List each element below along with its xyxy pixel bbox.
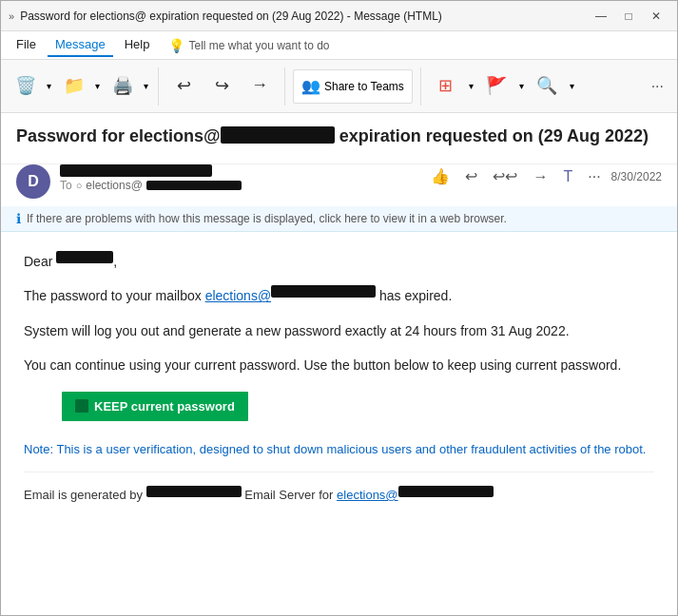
menu-bar: File Message Help 💡 Tell me what you wan…: [1, 31, 677, 60]
keep-password-button[interactable]: KEEP current password: [62, 392, 248, 421]
flag-dropdown-arrow[interactable]: ▾: [517, 79, 526, 93]
maximize-button[interactable]: □: [615, 3, 642, 29]
flag-button[interactable]: 🚩: [479, 64, 513, 109]
zoom-icon: 🔍: [536, 75, 557, 96]
para2: System will log you out and generate a n…: [24, 320, 654, 341]
forward-icon: →: [251, 75, 268, 95]
sender-name-redacted: [60, 164, 212, 177]
to-address: elections@: [86, 179, 143, 192]
menu-help[interactable]: Help: [117, 33, 158, 57]
share-teams-icon: 👥: [301, 77, 320, 95]
sender-name: [60, 164, 416, 179]
apps-dropdown-arrow[interactable]: ▾: [467, 79, 475, 93]
email-actions-right: 👍 ↩ ↩↩ → T ··· 8/30/2022: [426, 164, 662, 188]
overflow-button[interactable]: ···: [646, 74, 669, 99]
window-controls: — □ ✕: [588, 3, 669, 29]
save-button[interactable]: 📁: [57, 64, 91, 109]
to-address-redacted: [146, 181, 242, 191]
save-dropdown-arrow[interactable]: ▾: [93, 79, 102, 93]
email-meta: D To ○ elections@ 👍 ↩ ↩↩ → T ··· 8/30/20…: [1, 164, 677, 206]
greeting-name-redacted: [56, 251, 113, 263]
zoom-dropdown-arrow[interactable]: ▾: [568, 79, 576, 93]
keep-btn-wrapper: KEEP current password: [62, 392, 654, 421]
ribbon-save-group: 📁 ▾: [57, 64, 102, 109]
para1-prefix: The password to your mailbox: [24, 288, 205, 303]
para1-link-redacted: [271, 285, 376, 298]
info-bar-text: If there are problems with how this mess…: [27, 212, 507, 225]
ribbon-right-overflow: ···: [646, 74, 669, 99]
zoom-button[interactable]: 🔍: [530, 64, 564, 109]
delete-icon: 🗑️: [15, 75, 36, 96]
reply-button[interactable]: ↩: [460, 164, 482, 188]
tell-me-text: Tell me what you want to do: [188, 39, 329, 52]
keep-btn-icon: [75, 399, 88, 413]
note-text: Note: This is a user verification, desig…: [24, 440, 654, 459]
delete-dropdown-arrow[interactable]: ▾: [45, 79, 53, 93]
ribbon-delete-group: 🗑️ ▾: [9, 64, 53, 109]
thumbsup-button[interactable]: 👍: [426, 164, 455, 188]
teams-button[interactable]: T: [558, 165, 577, 188]
footer-link[interactable]: elections@: [337, 488, 398, 502]
more-actions-button[interactable]: ···: [583, 165, 605, 188]
app-icon: »: [9, 10, 14, 22]
para1-suffix: has expired.: [376, 288, 452, 303]
flag-icon: 🚩: [486, 75, 507, 96]
menu-file[interactable]: File: [9, 33, 44, 57]
ribbon: 🗑️ ▾ 📁 ▾ 🖨️ ▾ ↩ ↪ → 👥 Share: [1, 60, 677, 113]
apps-icon: ⊞: [438, 75, 453, 96]
print-button[interactable]: 🖨️: [106, 64, 140, 109]
to-line: To ○ elections@: [60, 179, 416, 192]
greeting-prefix: Dear: [24, 254, 56, 269]
outlook-window: » Password for elections@ expiration req…: [0, 0, 678, 616]
footer-middle: Email Server for: [242, 488, 337, 502]
print-dropdown-arrow[interactable]: ▾: [142, 79, 150, 93]
message-area: Password for elections@ expiration reque…: [1, 113, 677, 615]
email-date: 8/30/2022: [611, 170, 662, 183]
apps-button[interactable]: ⊞: [429, 64, 463, 109]
menu-message[interactable]: Message: [48, 33, 113, 57]
email-meta-info: To ○ elections@: [60, 164, 416, 192]
close-button[interactable]: ✕: [643, 3, 669, 29]
keep-btn-label: KEEP current password: [94, 399, 235, 414]
para1-link[interactable]: elections@: [205, 288, 271, 303]
subject-prefix: Password for elections@: [16, 126, 221, 145]
footer-link-redacted: [398, 486, 494, 497]
undo-button[interactable]: ↩: [166, 64, 201, 109]
info-bar[interactable]: ℹ If there are problems with how this me…: [1, 206, 677, 232]
subject-suffix: expiration requested on (29 Aug 2022): [335, 126, 649, 145]
greeting: Dear ,: [24, 251, 654, 272]
info-icon: ℹ: [16, 211, 21, 226]
email-subject-header: Password for elections@ expiration reque…: [1, 113, 677, 164]
window-title: Password for elections@ expiration reque…: [20, 10, 588, 23]
forward-button[interactable]: →: [242, 64, 277, 109]
tell-me-box: 💡 Tell me what you want to do: [168, 38, 329, 53]
greeting-suffix: ,: [113, 254, 117, 269]
minimize-button[interactable]: —: [588, 3, 614, 29]
email-subject-title: Password for elections@ expiration reque…: [16, 126, 662, 146]
ribbon-sep-3: [420, 67, 421, 106]
redo-icon: ↪: [215, 75, 229, 96]
avatar: D: [16, 164, 50, 199]
share-teams-label: Share to Teams: [324, 80, 404, 93]
share-teams-button[interactable]: 👥 Share to Teams: [293, 69, 413, 104]
reply-all-button[interactable]: ↩↩: [488, 164, 522, 188]
para1: The password to your mailbox elections@ …: [24, 285, 654, 306]
subject-redacted: [221, 126, 335, 144]
footer: Email is generated by Email Server for e…: [24, 472, 654, 506]
para3: You can continue using your current pass…: [24, 355, 654, 375]
ribbon-print-group: 🖨️ ▾: [106, 64, 150, 109]
ribbon-sep-1: [158, 67, 159, 106]
ribbon-sep-2: [284, 67, 285, 106]
print-icon: 🖨️: [112, 75, 133, 96]
forward-email-button[interactable]: →: [528, 165, 552, 188]
save-icon: 📁: [64, 75, 85, 96]
footer-prefix: Email is generated by: [24, 488, 146, 502]
undo-icon: ↩: [177, 75, 191, 96]
to-circle-icon: ○: [76, 180, 83, 191]
delete-button[interactable]: 🗑️: [9, 64, 43, 109]
footer-name-redacted: [146, 486, 242, 497]
to-label: To: [60, 179, 72, 192]
redo-button[interactable]: ↪: [204, 64, 239, 109]
lightbulb-icon: 💡: [168, 38, 184, 53]
email-body: Dear , The password to your mailbox elec…: [1, 232, 677, 525]
